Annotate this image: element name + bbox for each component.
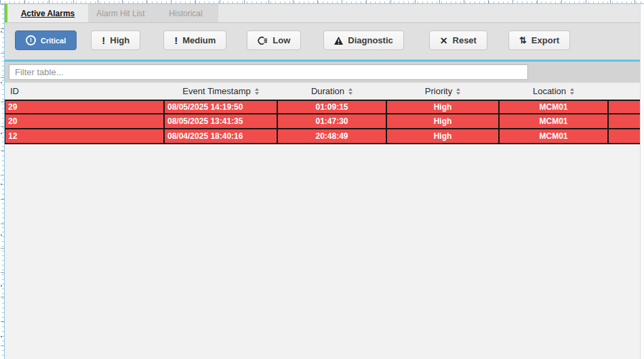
cell-id: 12 xyxy=(5,129,165,143)
cell-timestamp: 08/05/2025 14:19:50 xyxy=(165,101,278,113)
cell-location: MCM01 xyxy=(500,101,609,113)
right-scrollbar-track[interactable] xyxy=(640,4,644,359)
filter-table-input[interactable] xyxy=(9,64,528,80)
exclamation-icon: ! xyxy=(102,35,105,45)
button-label: Reset xyxy=(453,35,477,45)
close-icon: ✕ xyxy=(440,36,448,45)
cell-duration: 01:47:30 xyxy=(278,114,387,128)
cell-duration: 01:09:15 xyxy=(278,101,387,113)
button-label: Export xyxy=(531,35,559,45)
column-header-event-timestamp[interactable]: Event Timestamp xyxy=(164,83,277,100)
toolbar: ! Critical ! High ! Medium xyxy=(5,22,640,60)
tab-alarm-hit-list[interactable]: Alarm Hit List xyxy=(88,4,153,22)
button-label: Critical xyxy=(41,37,66,45)
alarm-row[interactable]: 20 08/05/2025 13:41:35 01:47:30 High MCM… xyxy=(5,114,640,129)
cell-timestamp: 08/04/2025 18:40:16 xyxy=(165,129,278,143)
cell-extra xyxy=(609,101,640,113)
column-header-id: ID xyxy=(5,83,164,100)
medium-filter-button[interactable]: ! Medium xyxy=(163,30,226,50)
tab-bar: Active Alarms Alarm Hit List Historical xyxy=(5,4,640,22)
up-down-arrows-icon: ⇅ xyxy=(519,36,527,45)
sort-icon[interactable] xyxy=(456,88,460,95)
tab-label: Active Alarms xyxy=(21,9,75,18)
warning-triangle-icon xyxy=(334,37,343,45)
cell-extra xyxy=(609,114,640,128)
tab-label: Historical xyxy=(169,9,202,18)
tab-strip: Active Alarms Alarm Hit List Historical xyxy=(7,4,218,22)
exclamation-icon: ! xyxy=(174,35,178,45)
column-header-location[interactable]: Location xyxy=(499,83,608,100)
export-button[interactable]: ⇅ Export xyxy=(508,30,570,50)
empty-table-area xyxy=(5,144,640,359)
low-filter-button[interactable]: Low xyxy=(247,30,301,50)
cell-id: 20 xyxy=(5,114,165,128)
cell-priority: High xyxy=(387,114,500,128)
table-header: ID Event Timestamp Duration Priority Loc… xyxy=(5,83,640,100)
high-filter-button[interactable]: ! High xyxy=(91,30,140,50)
screen: Active Alarms Alarm Hit List Historical … xyxy=(0,0,644,359)
diagnostic-filter-button[interactable]: Diagnostic xyxy=(323,30,403,50)
cell-duration: 20:48:49 xyxy=(278,129,387,143)
sort-icon[interactable] xyxy=(570,88,574,95)
button-label: High xyxy=(110,35,129,45)
tab-active-alarms[interactable]: Active Alarms xyxy=(7,4,88,22)
reset-button[interactable]: ✕ Reset xyxy=(429,30,487,50)
vertical-ruler xyxy=(0,4,5,359)
cell-timestamp: 08/05/2025 13:41:35 xyxy=(165,114,278,128)
button-label: Low xyxy=(273,35,290,45)
filter-list-icon xyxy=(258,36,268,45)
cell-location: MCM01 xyxy=(500,114,609,128)
alarm-panel: Active Alarms Alarm Hit List Historical … xyxy=(5,4,640,359)
cell-priority: High xyxy=(387,129,500,143)
sort-icon[interactable] xyxy=(255,88,259,95)
critical-filter-button[interactable]: ! Critical xyxy=(15,30,77,50)
circle-exclamation-icon: ! xyxy=(26,35,36,45)
column-header-priority[interactable]: Priority xyxy=(386,83,499,100)
sort-icon[interactable] xyxy=(348,88,353,95)
button-label: Medium xyxy=(182,35,216,45)
tab-historical[interactable]: Historical xyxy=(153,4,218,22)
button-label: Diagnostic xyxy=(348,35,393,45)
column-header-duration[interactable]: Duration xyxy=(277,83,386,100)
cell-extra xyxy=(609,129,640,143)
cell-id: 29 xyxy=(5,101,165,113)
cell-priority: High xyxy=(387,101,500,113)
cell-location: MCM01 xyxy=(500,129,609,143)
alarm-row[interactable]: 12 08/04/2025 18:40:16 20:48:49 High MCM… xyxy=(5,129,640,144)
tab-label: Alarm Hit List xyxy=(96,9,144,18)
filter-row xyxy=(5,62,640,83)
alarm-row[interactable]: 29 08/05/2025 14:19:50 01:09:15 High MCM… xyxy=(5,100,640,114)
column-header-extra xyxy=(608,83,640,100)
